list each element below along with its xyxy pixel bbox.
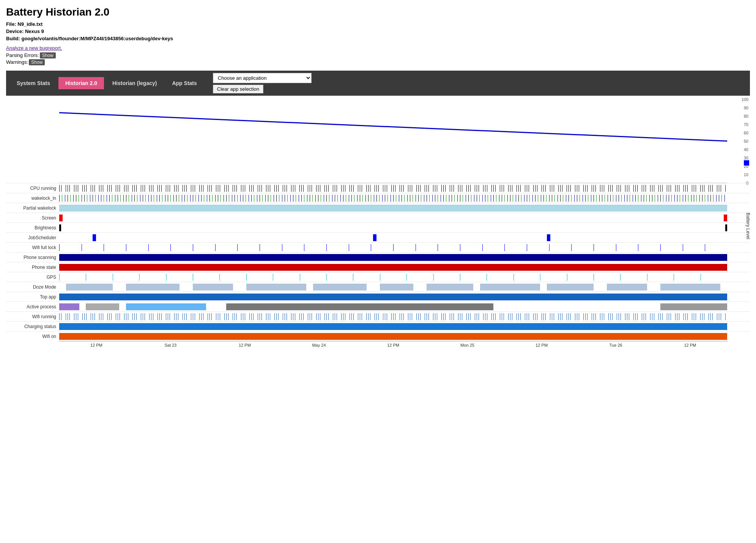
row-bar-wifi-running	[59, 311, 727, 321]
x-label-3: May 24	[282, 343, 356, 347]
row-bar-doze-mode	[59, 282, 727, 292]
row-bar-phone-state	[59, 262, 727, 272]
y-label-70: 70	[744, 122, 748, 127]
x-label-5: Mon 25	[430, 343, 505, 347]
row-label-partial-wakelock: Partial wakelock	[6, 203, 59, 213]
row-bar-jobscheduler	[59, 232, 727, 242]
row-label-charging-status: Charging status	[6, 321, 59, 331]
build-label: Build:	[6, 36, 20, 41]
x-label-1: Sat 23	[134, 343, 208, 347]
battery-legend-color-box	[744, 160, 749, 166]
row-bar-wifi-on	[59, 331, 727, 341]
row-label-phone-state: Phone state	[6, 262, 59, 272]
build-value: google/volantis/flounder:M/MPZ44I/194385…	[21, 36, 173, 41]
app-select-dropdown[interactable]: Choose an application	[213, 73, 312, 83]
row-bar-brightness	[59, 223, 727, 232]
row-label-cpu-running: CPU running	[6, 183, 59, 193]
row-label-doze-mode: Doze Mode	[6, 282, 59, 292]
tab-system-stats[interactable]: System Stats	[10, 77, 57, 89]
row-label-active-process: Active process	[6, 301, 59, 311]
row-label-phone-scanning: Phone scanning	[6, 252, 59, 262]
y-label-60: 60	[744, 131, 748, 135]
x-label-4: 12 PM	[356, 343, 430, 347]
row-bar-phone-scanning	[59, 252, 727, 262]
row-bar-active-process	[59, 301, 727, 311]
warnings-label: Warnings:	[6, 59, 28, 65]
row-bar-wakelock-in	[59, 193, 727, 203]
x-label-2: 12 PM	[208, 343, 282, 347]
y-label-30: 30	[744, 156, 748, 160]
y-label-100: 100	[742, 97, 748, 102]
row-label-wifi-running: Wifi running	[6, 311, 59, 321]
row-bar-screen	[59, 213, 727, 223]
analyze-link[interactable]: Analyze a new bugreport.	[6, 45, 62, 51]
row-bar-wifi-full-lock	[59, 242, 727, 252]
row-label-top-app: Top app	[6, 292, 59, 301]
show-warnings-button[interactable]: Show	[29, 59, 45, 65]
device-label: Device:	[6, 28, 24, 34]
row-bar-gps	[59, 272, 727, 282]
row-bar-charging-status	[59, 321, 727, 331]
y-label-40: 40	[744, 147, 748, 152]
row-label-gps: GPS	[6, 272, 59, 282]
tab-app-stats[interactable]: App Stats	[165, 77, 203, 89]
parsing-errors-label: Parsing Errors:	[6, 52, 39, 58]
battery-level-y-label: Battery Level	[745, 213, 751, 239]
row-label-brightness: Brightness	[6, 223, 59, 232]
y-label-50: 50	[744, 139, 748, 144]
clear-app-selection-button[interactable]: Clear app selection	[213, 85, 263, 93]
x-label-6: 12 PM	[504, 343, 579, 347]
file-label: File:	[6, 21, 16, 27]
page-title: Battery Historian 2.0	[6, 6, 750, 18]
row-bar-cpu-running	[59, 183, 727, 193]
file-value: N9_idle.txt	[17, 21, 43, 27]
y-label-80: 80	[744, 114, 748, 118]
y-label-90: 90	[744, 106, 748, 110]
row-label-wakelock-in: wakelock_in	[6, 193, 59, 203]
row-label-wifi-on: Wifi on	[6, 331, 59, 341]
app-select-area: Choose an application Clear app selectio…	[213, 73, 312, 93]
x-label-7: Tue 26	[579, 343, 653, 347]
row-label-jobscheduler: JobScheduler	[6, 232, 59, 242]
show-parsing-errors-button[interactable]: Show	[40, 52, 56, 58]
nav-bar: System Stats Historian 2.0 Historian (le…	[6, 71, 750, 96]
row-bar-top-app	[59, 292, 727, 301]
row-label-wifi-full-lock: Wifi full lock	[6, 242, 59, 252]
device-value: Nexus 9	[25, 28, 44, 34]
row-label-screen: Screen	[6, 213, 59, 223]
tab-historian-2[interactable]: Historian 2.0	[58, 77, 104, 89]
y-label-10: 10	[744, 172, 748, 177]
x-label-0: 12 PM	[59, 343, 134, 347]
tab-historian-legacy[interactable]: Historian (legacy)	[106, 77, 164, 89]
x-label-8: 12 PM	[653, 343, 728, 347]
row-bar-partial-wakelock	[59, 203, 727, 213]
